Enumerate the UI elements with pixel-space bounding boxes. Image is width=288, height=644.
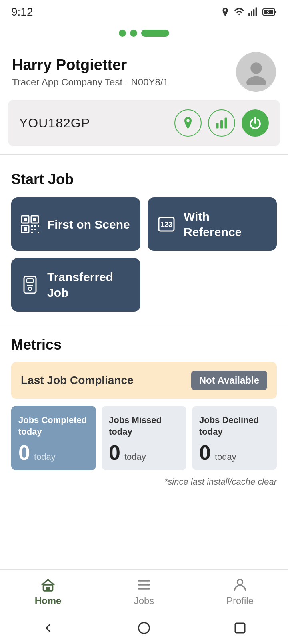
status-bar: 9:12 [0, 0, 288, 22]
location-button[interactable] [174, 109, 202, 137]
job-buttons-grid: First on Scene 123 WithReference Transf [11, 197, 277, 312]
compliance-label: Last Job Compliance [21, 374, 134, 387]
svg-rect-25 [38, 225, 39, 227]
jobs-missed-card: Jobs Missed today 0 today [102, 406, 186, 470]
qr-icon [20, 214, 40, 234]
nav-home-label: Home [35, 595, 62, 606]
progress-dot-2 [130, 30, 137, 37]
jobs-declined-title: Jobs Declined today [199, 415, 270, 437]
svg-rect-24 [34, 229, 36, 230]
device-card: YOU182GP [8, 100, 280, 146]
user-name: Harry Potgietter [12, 56, 168, 74]
transferred-job-label: Transferred Job [47, 269, 132, 300]
reference-icon: 123 [156, 214, 176, 234]
with-reference-label: WithReference [184, 209, 242, 240]
first-on-scene-label: First on Scene [47, 217, 130, 232]
home-system-button[interactable] [134, 618, 154, 638]
nav-profile-label: Profile [226, 595, 254, 606]
square-icon [233, 621, 247, 635]
battery-icon [262, 8, 277, 16]
progress-bar-3 [141, 30, 169, 37]
profile-icon [232, 577, 248, 593]
jobs-declined-row: 0 today [199, 442, 270, 463]
jobs-completed-title: Jobs Completed today [18, 415, 89, 437]
jobs-declined-sub: today [215, 452, 236, 462]
wifi-icon [234, 6, 245, 18]
back-icon [41, 621, 55, 635]
system-nav [0, 612, 288, 644]
jobs-missed-value: 0 [109, 442, 120, 463]
back-button[interactable] [38, 618, 58, 638]
svg-rect-14 [225, 118, 227, 129]
divider-1 [0, 154, 288, 155]
svg-rect-12 [216, 123, 219, 129]
svg-rect-35 [46, 588, 50, 591]
jobs-completed-row: 0 today [18, 442, 89, 463]
jobs-missed-row: 0 today [109, 442, 179, 463]
progress-indicator [0, 22, 288, 48]
start-job-section: Start Job Fi [0, 159, 288, 320]
svg-rect-27 [31, 232, 33, 233]
chart-icon [214, 116, 229, 130]
circle-icon [137, 621, 151, 635]
svg-rect-2 [253, 9, 255, 16]
svg-rect-41 [235, 623, 245, 633]
jobs-missed-sub: today [124, 452, 146, 462]
metrics-title: Metrics [11, 336, 277, 353]
jobs-completed-value: 0 [18, 442, 30, 463]
compliance-badge: Not Available [191, 371, 267, 390]
metrics-section: Metrics Last Job Compliance Not Availabl… [0, 328, 288, 495]
svg-rect-16 [24, 218, 27, 221]
transferred-job-button[interactable]: Transferred Job [11, 258, 140, 312]
location-icon [220, 7, 230, 17]
jobs-completed-sub: today [34, 452, 56, 462]
svg-rect-26 [38, 232, 39, 233]
svg-rect-3 [256, 7, 257, 16]
device-actions [174, 109, 269, 137]
transfer-icon [20, 275, 40, 295]
metric-cards: Jobs Completed today 0 today Jobs Missed… [11, 406, 277, 470]
power-icon [248, 116, 262, 130]
svg-rect-22 [34, 225, 36, 227]
svg-rect-0 [248, 13, 250, 16]
svg-rect-1 [251, 11, 252, 16]
nav-profile[interactable]: Profile [192, 577, 288, 606]
pin-icon [181, 116, 195, 130]
svg-point-39 [237, 580, 242, 585]
avatar-icon [243, 59, 269, 85]
user-section: Harry Potgietter Tracer App Company Test… [0, 48, 288, 100]
status-icons [220, 6, 277, 18]
jobs-missed-title: Jobs Missed today [109, 415, 179, 437]
user-info: Harry Potgietter Tracer App Company Test… [12, 56, 168, 88]
divider-2 [0, 324, 288, 324]
svg-rect-13 [220, 120, 223, 129]
svg-rect-21 [31, 225, 33, 227]
nav-jobs[interactable]: Jobs [96, 577, 192, 606]
svg-point-11 [246, 76, 266, 85]
jobs-completed-card: Jobs Completed today 0 today [11, 406, 96, 470]
cache-note: *since last install/cache clear [11, 477, 277, 487]
svg-rect-31 [27, 279, 33, 283]
svg-text:123: 123 [160, 221, 172, 229]
compliance-bar: Last Job Compliance Not Available [11, 362, 277, 399]
first-on-scene-button[interactable]: First on Scene [11, 197, 140, 251]
svg-point-40 [139, 623, 150, 634]
power-button[interactable] [242, 109, 269, 137]
progress-dot-1 [119, 30, 126, 37]
nav-jobs-label: Jobs [134, 595, 154, 606]
jobs-icon [136, 577, 152, 593]
recent-apps-button[interactable] [230, 618, 250, 638]
stats-button[interactable] [208, 109, 235, 137]
jobs-declined-value: 0 [199, 442, 211, 463]
home-icon [40, 577, 56, 593]
bottom-nav: Home Jobs Profile [0, 569, 288, 612]
svg-rect-6 [275, 11, 276, 13]
device-id: YOU182GP [19, 116, 90, 131]
nav-home[interactable]: Home [0, 577, 96, 606]
with-reference-button[interactable]: 123 WithReference [148, 197, 277, 251]
svg-point-32 [28, 287, 32, 290]
svg-rect-20 [24, 227, 27, 231]
signal-icon [248, 6, 259, 18]
svg-rect-18 [33, 218, 36, 221]
avatar [236, 52, 276, 92]
